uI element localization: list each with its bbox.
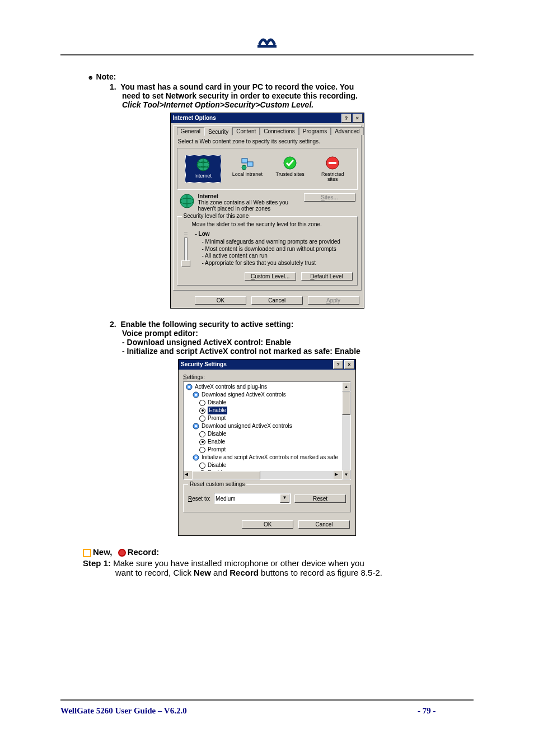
zone-internet[interactable]: Internet: [185, 155, 221, 183]
close-button[interactable]: ×: [344, 360, 354, 369]
tab-strip: General Security Content Connections Pro…: [177, 127, 358, 135]
dialog-title: Security Settings: [181, 360, 227, 370]
ok-button[interactable]: OK: [195, 296, 246, 305]
note-heading: ☻Note:: [87, 72, 474, 81]
svg-point-5: [242, 165, 246, 170]
help-button[interactable]: ?: [333, 360, 343, 369]
zone-local-intranet[interactable]: Local intranet: [231, 155, 264, 183]
gear-icon: [186, 384, 193, 390]
reset-button[interactable]: Reset: [294, 494, 346, 503]
tab-security[interactable]: Security: [204, 128, 232, 136]
step-1: Step 1: Make sure you have installed mic…: [83, 558, 474, 568]
note-list-item-1: 1. You mast has a sound card in your PC …: [110, 82, 474, 109]
internet-options-dialog: Internet Options ? × General Security Co…: [170, 113, 364, 309]
footer-page: - 79 -: [418, 706, 474, 716]
security-slider[interactable]: [182, 230, 190, 267]
svg-rect-8: [329, 162, 336, 164]
custom-level-button[interactable]: Custom Level...: [245, 272, 296, 281]
gear-icon: [193, 391, 199, 398]
new-icon: [83, 549, 91, 557]
ok-button[interactable]: OK: [242, 520, 293, 529]
svg-rect-0: [257, 45, 277, 48]
brand-logo: [60, 32, 474, 50]
svg-point-16: [195, 425, 197, 427]
header-rule: [60, 54, 474, 55]
sites-button: SSites...ites...: [304, 193, 355, 202]
cancel-button[interactable]: Cancel: [251, 296, 303, 305]
new-record-heading: New, Record:: [83, 547, 474, 557]
reset-to-label: Reset to:: [188, 496, 210, 502]
reset-fieldset: Reset to: Medium▼ Reset: [183, 484, 351, 512]
zone-prompt: Select a Web content zone to specify its…: [178, 138, 357, 144]
security-settings-dialog: Security Settings ? × Settings: ActiveX …: [178, 359, 356, 536]
note-list-item-2: 2. Enable the following security to acti…: [110, 320, 474, 356]
close-button[interactable]: ×: [353, 114, 363, 123]
step-1-cont: want to record, Click New and Record but…: [115, 568, 474, 577]
security-level-name: - Low: [195, 231, 340, 238]
dialog-title: Internet Options: [173, 113, 216, 123]
gear-icon: [193, 423, 199, 430]
dialog-titlebar: Internet Options ? ×: [171, 113, 364, 123]
security-level-fieldset: Move the slider to set the security leve…: [177, 216, 358, 286]
settings-tree[interactable]: ActiveX controls and plug-ins Download s…: [183, 381, 351, 480]
zone-description: This zone contains all Web sites you hav…: [198, 199, 289, 212]
zone-restricted-sites[interactable]: Restricted sites: [316, 155, 349, 183]
page-footer: WellGate 5260 User Guide – V6.2.0 - 79 -: [60, 696, 474, 716]
zone-trusted-sites[interactable]: Trusted sites: [274, 155, 306, 183]
svg-point-18: [195, 456, 197, 459]
tab-programs[interactable]: Programs: [299, 127, 331, 135]
settings-label: Settings:: [183, 374, 353, 380]
cancel-button[interactable]: Cancel: [298, 520, 350, 529]
help-button[interactable]: ?: [341, 114, 352, 123]
dialog-titlebar: Security Settings ? ×: [179, 360, 355, 370]
svg-point-12: [188, 386, 190, 388]
default-level-button[interactable]: Default Level: [301, 272, 353, 281]
apply-button: Apply: [308, 296, 359, 305]
tab-connections[interactable]: Connections: [260, 127, 299, 135]
svg-rect-4: [247, 162, 253, 166]
svg-rect-3: [242, 158, 247, 163]
gear-icon: [193, 454, 199, 461]
tab-advanced[interactable]: Advanced: [331, 127, 363, 135]
footer-title: WellGate 5260 User Guide – V6.2.0: [60, 706, 418, 716]
vertical-scrollbar[interactable]: ▲▼: [342, 382, 350, 479]
record-icon: [118, 549, 126, 557]
tab-general[interactable]: General: [177, 127, 205, 135]
svg-point-14: [195, 394, 197, 396]
reset-to-combo[interactable]: Medium▼: [214, 493, 291, 504]
horizontal-scrollbar[interactable]: ◄►: [184, 471, 342, 479]
tab-content[interactable]: Content: [232, 127, 260, 135]
zone-name: Internet: [198, 193, 219, 199]
globe-icon: [179, 193, 195, 209]
